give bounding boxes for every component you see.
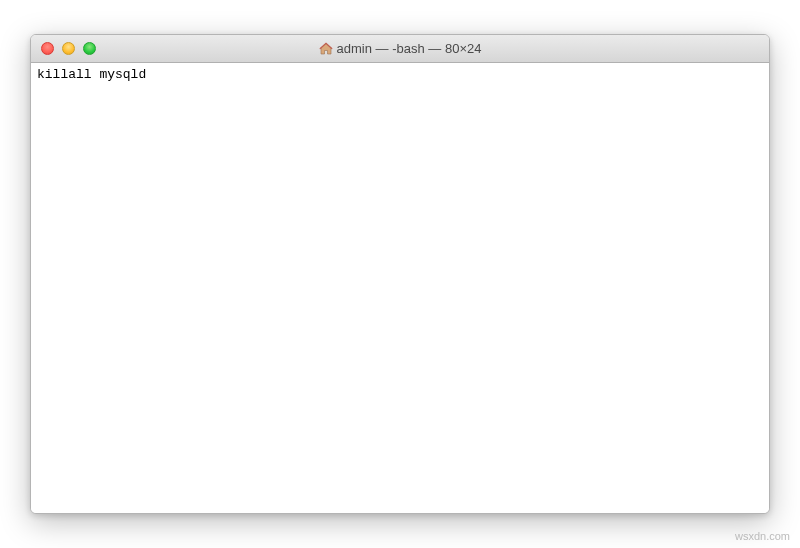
terminal-window: admin — -bash — 80×24 killall mysqld [30, 34, 770, 514]
watermark: wsxdn.com [735, 530, 790, 542]
title-bar[interactable]: admin — -bash — 80×24 [31, 35, 769, 63]
maximize-button[interactable] [83, 42, 96, 55]
terminal-content-area[interactable]: killall mysqld [31, 63, 769, 513]
minimize-button[interactable] [62, 42, 75, 55]
close-button[interactable] [41, 42, 54, 55]
home-folder-icon [319, 42, 333, 56]
window-title: admin — -bash — 80×24 [31, 41, 769, 56]
terminal-line: killall mysqld [37, 67, 146, 82]
window-title-text: admin — -bash — 80×24 [337, 41, 482, 56]
traffic-lights [31, 42, 96, 55]
